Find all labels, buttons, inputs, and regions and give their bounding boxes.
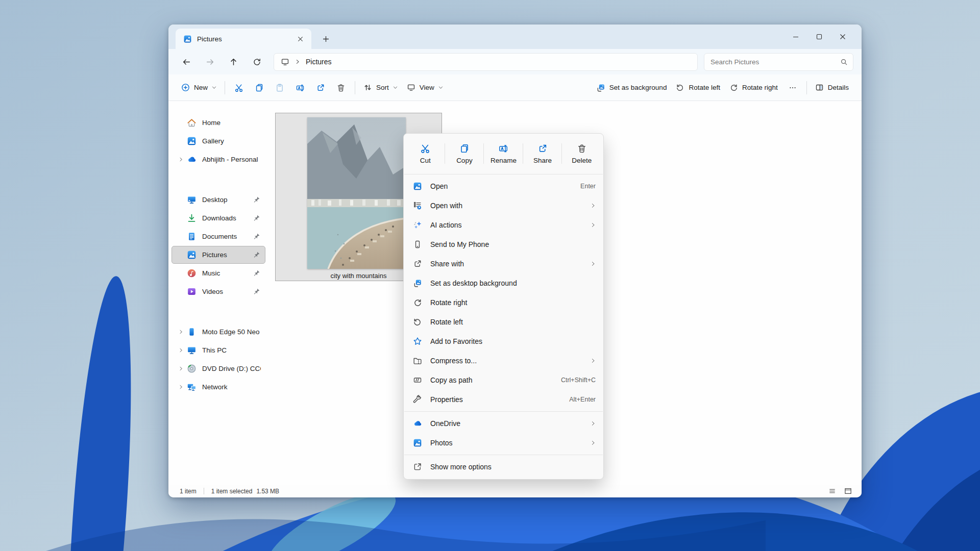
list-view-icon[interactable]: [828, 487, 837, 495]
menu-item-open[interactable]: Open Enter: [406, 177, 601, 196]
copy-path-icon: [412, 375, 423, 385]
sidebar-item-desktop[interactable]: Desktop: [172, 191, 265, 209]
menu-item-rotate-right[interactable]: Rotate right: [406, 293, 601, 312]
rotate-left-button[interactable]: Rotate left: [671, 79, 725, 97]
photo-icon: [412, 438, 423, 448]
menu-item-set-as-desktop-background[interactable]: Set as desktop background: [406, 273, 601, 293]
sidebar-item-home[interactable]: Home: [172, 114, 265, 132]
cut-quick-action[interactable]: Cut: [406, 137, 445, 170]
sidebar-item-music[interactable]: Music: [172, 264, 265, 282]
sidebar-item-gallery[interactable]: Gallery: [172, 132, 265, 150]
videos-icon: [186, 287, 197, 297]
up-button[interactable]: [224, 53, 243, 71]
search-icon: [840, 58, 848, 66]
sort-label: Sort: [376, 84, 389, 91]
sidebar-item-documents[interactable]: Documents: [172, 228, 265, 245]
menu-item-rotate-left[interactable]: Rotate left: [406, 312, 601, 332]
expand-chevron-icon[interactable]: [175, 385, 186, 389]
set-as-background-label: Set as background: [609, 84, 667, 91]
back-button[interactable]: [177, 53, 196, 71]
rotate-left-icon: [676, 83, 684, 92]
sidebar-item-pictures[interactable]: Pictures: [172, 246, 265, 264]
sidebar-item-network[interactable]: Network: [172, 378, 265, 396]
menu-item-open-with[interactable]: Open with: [406, 196, 601, 215]
search-input[interactable]: [710, 58, 840, 66]
onedrive-cloud-icon: [186, 155, 197, 165]
menu-item-share-with[interactable]: Share with: [406, 254, 601, 273]
thumbnail-view-icon[interactable]: [844, 487, 852, 495]
copy-button[interactable]: [249, 79, 270, 97]
pin-icon: [253, 269, 261, 278]
rename-quick-action[interactable]: Rename: [484, 137, 523, 170]
delete-button[interactable]: [331, 79, 351, 97]
context-menu: Cut Copy Rename Share Delete: [403, 133, 604, 480]
menu-item-copy-as-path[interactable]: Copy as path Ctrl+Shift+C: [406, 370, 601, 390]
share-button[interactable]: [310, 79, 331, 97]
expand-chevron-icon[interactable]: [175, 157, 186, 162]
ai-sparkle-icon: [412, 220, 423, 230]
new-label: New: [194, 84, 208, 91]
sidebar-item-moto-edge[interactable]: Moto Edge 50 Neo: [172, 323, 265, 341]
sidebar-item-dvd-drive[interactable]: DVD Drive (D:) CCC: [172, 360, 265, 378]
this-pc-icon: [186, 345, 197, 356]
breadcrumb[interactable]: Pictures: [306, 58, 332, 66]
more-options-icon: [789, 84, 797, 92]
menu-item-photos[interactable]: Photos: [406, 433, 601, 453]
menu-item-onedrive[interactable]: OneDrive: [406, 414, 601, 433]
expand-chevron-icon[interactable]: [175, 366, 186, 371]
menu-item-add-to-favorites[interactable]: Add to Favorites: [406, 332, 601, 351]
address-bar[interactable]: Pictures: [274, 53, 698, 71]
refresh-button[interactable]: [247, 53, 266, 71]
set-background-icon: [412, 278, 423, 288]
view-toggles: [828, 487, 852, 495]
rename-button[interactable]: [290, 79, 310, 97]
sort-button[interactable]: Sort: [359, 79, 402, 97]
expand-chevron-icon[interactable]: [175, 330, 186, 334]
pictures-photo-icon: [183, 35, 192, 43]
sidebar-item-onedrive-personal[interactable]: Abhijith - Personal: [172, 151, 265, 168]
expand-chevron-icon[interactable]: [175, 348, 186, 353]
rotate-right-button[interactable]: Rotate right: [725, 79, 782, 97]
delete-quick-action[interactable]: Delete: [562, 137, 601, 170]
details-button[interactable]: Details: [811, 79, 853, 97]
star-icon: [412, 336, 423, 346]
sidebar-item-downloads[interactable]: Downloads: [172, 209, 265, 227]
close-button[interactable]: [831, 29, 854, 45]
menu-item-compress-to[interactable]: Compress to...: [406, 351, 601, 370]
forward-button[interactable]: [200, 53, 219, 71]
sidebar-item-this-pc[interactable]: This PC: [172, 341, 265, 359]
rename-icon: [498, 143, 508, 154]
set-as-background-button[interactable]: Set as background: [592, 79, 672, 97]
menu-item-ai-actions[interactable]: AI actions: [406, 215, 601, 235]
paste-button[interactable]: [270, 79, 290, 97]
new-button[interactable]: New: [177, 79, 221, 97]
new-tab-button[interactable]: [316, 30, 335, 48]
toolbar-separator: [225, 81, 225, 94]
toolbar-left-group: New Sort: [177, 79, 592, 97]
pin-icon: [253, 251, 261, 259]
menu-item-properties[interactable]: Properties Alt+Enter: [406, 390, 601, 409]
pin-icon: [253, 288, 261, 296]
view-button[interactable]: View: [402, 79, 448, 97]
copy-quick-action[interactable]: Copy: [445, 137, 484, 170]
file-thumbnail: [307, 117, 406, 269]
minimize-button[interactable]: [784, 29, 807, 45]
tab-bar: Pictures: [168, 24, 862, 49]
cut-button[interactable]: [229, 79, 249, 97]
gallery-icon: [186, 136, 197, 146]
tab-pictures[interactable]: Pictures: [176, 29, 311, 49]
menu-item-send-to-my-phone[interactable]: Send to My Phone: [406, 235, 601, 254]
menu-item-show-more-options[interactable]: Show more options: [406, 457, 601, 477]
pin-icon: [253, 214, 261, 222]
see-more-button[interactable]: [782, 79, 803, 97]
tab-close-icon[interactable]: [294, 33, 306, 45]
delete-icon: [577, 143, 587, 154]
rotate-left-icon: [412, 317, 423, 327]
maximize-button[interactable]: [807, 29, 831, 45]
explorer-body: Home Gallery Abhijith - Personal Desktop: [168, 101, 862, 485]
share-quick-action[interactable]: Share: [523, 137, 562, 170]
submenu-chevron-icon: [591, 222, 596, 228]
sidebar-item-videos[interactable]: Videos: [172, 283, 265, 300]
onedrive-cloud-icon: [412, 418, 423, 429]
selection-size: 1.53 MB: [256, 488, 279, 495]
